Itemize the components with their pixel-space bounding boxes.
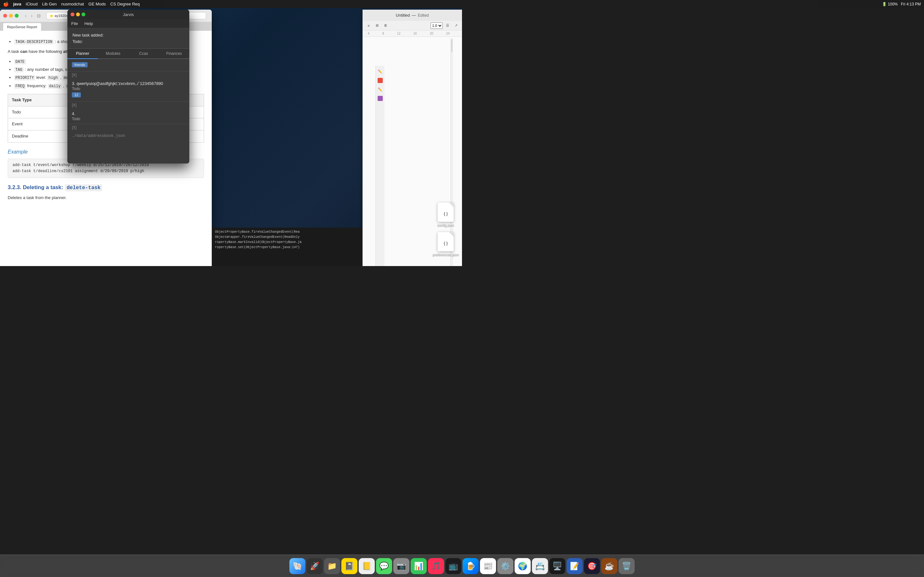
task-number-1: 3. qwertyuiop[]\asdfghjkl;'zxcvbnm,./`12… [72, 81, 185, 86]
example-line-2: add-task t/deadline/cs2101 assignment d/… [13, 168, 199, 174]
notification-line2: Todo: [73, 39, 184, 45]
menubar-libgen[interactable]: Lib Gen [42, 2, 57, 6]
menubar-app-name[interactable]: java [13, 2, 21, 6]
section-heading: 3.2.3. Deleting a task: delete-task [8, 183, 204, 192]
toolbar-btn-2[interactable]: ⊞ [373, 22, 381, 29]
sidebar-pencil-2[interactable]: ✏️ [377, 86, 383, 93]
jarvis-fullscreen[interactable] [81, 13, 86, 16]
browser-nav: ‹ › ⊟ [24, 13, 42, 19]
task-checkbox-2[interactable]: [X] [67, 102, 189, 109]
terminal-line-4: ropertyBase.set(ObjectPropertyBase.java:… [215, 245, 359, 250]
menubar: 🍎 java iCloud Lib Gen nusmodchat GE Mods… [0, 0, 462, 8]
jarvis-tabs: Planner Modules Ccas Finances [67, 49, 189, 59]
terminal-panel: ObjectPropertyBase.fireValueChangedEvent… [212, 227, 363, 266]
task-detail-2: 4. Todo [67, 109, 189, 124]
fullscreen-button[interactable] [15, 14, 19, 18]
menubar-gemods[interactable]: GE Mods [89, 2, 106, 6]
tab-modules[interactable]: Modules [98, 49, 128, 59]
notification-line1: New task added: [73, 32, 184, 39]
terminal-line-1: ObjectPropertyBase.fireValueChangedEvent… [215, 229, 359, 235]
delete-desc: Deletes a task from the planner. [8, 195, 204, 201]
jarvis-notification: New task added: Todo: [67, 28, 189, 49]
terminal-line-2: ObjectWrapper.fireValueChangedEvent(Read… [215, 235, 359, 240]
editor-body[interactable] [363, 37, 375, 227]
config-file-icon: { } [438, 203, 454, 222]
tab-ccas[interactable]: Ccas [128, 49, 159, 59]
editor-sidebar: ✏️ ✏️ [375, 66, 384, 266]
menubar-nusmodchat[interactable]: nusmodchat [61, 2, 84, 6]
list-style-btn[interactable]: ☰ [444, 22, 451, 29]
tab-planner[interactable]: Planner [67, 49, 98, 59]
jarvis-titlebar: Jarvis [67, 10, 189, 19]
task-type-1: Todo [72, 87, 185, 91]
task-checkbox-3[interactable]: [X] [67, 124, 189, 131]
task-checkbox-1[interactable]: [X] [67, 71, 189, 79]
editor-toolbar: ≡ ⊞ ≣ 1.0 ☰ ↗ [363, 21, 462, 31]
font-size-select[interactable]: 1.0 [431, 23, 443, 29]
friends-badge: friends [72, 62, 87, 67]
terminal-line-3: ropertyBase.markInvalid(ObjectPropertyBa… [215, 240, 359, 245]
delete-cmd: delete-task [65, 184, 103, 191]
menubar-csdegree[interactable]: CS Degree Req [110, 2, 140, 6]
task-detail-1: 3. qwertyuiop[]\asdfghjkl;'zxcvbnm,./`12… [67, 79, 189, 102]
jarvis-menu-file[interactable]: File [71, 21, 78, 26]
back-button[interactable]: ‹ [24, 13, 28, 19]
sidebar-toggle[interactable]: ⊟ [36, 13, 42, 19]
desktop-icons: { } config.json { } preferences.json [433, 203, 459, 256]
menubar-left: 🍎 java iCloud Lib Gen nusmodchat GE Mods… [3, 2, 140, 7]
terminal-content: ObjectPropertyBase.fireValueChangedEvent… [212, 227, 363, 252]
task-filepath: ./data/addressbook.json [67, 131, 189, 141]
editor-filename: Untitled [396, 13, 410, 18]
color-swatch-red[interactable] [378, 78, 383, 83]
preferences-file-icon: { } [438, 232, 454, 251]
jarvis-traffic-lights [71, 13, 86, 16]
desktop: ‹ › ⊟ ⭐ ay1920s1-...(2)...12.4.attribute… [0, 8, 462, 266]
toolbar-btn-list[interactable]: ≣ [382, 22, 389, 29]
jarvis-close[interactable] [71, 13, 74, 16]
forward-button[interactable]: › [30, 13, 34, 19]
toolbar-btn-1[interactable]: ≡ [365, 22, 372, 29]
task-type-2: Todo [72, 117, 185, 121]
task-number-2: 4. [72, 111, 185, 116]
editor-ruler: 4812162024 [363, 31, 462, 37]
jarvis-menu-help[interactable]: Help [84, 21, 93, 26]
color-swatch-purple[interactable] [378, 96, 383, 101]
editor-title: Untitled — Edited [396, 13, 429, 18]
browser-tab-reporsense[interactable]: RepoSense Report [3, 23, 41, 31]
preferences-icon-label: preferences.json [433, 253, 459, 256]
jarvis-window: Jarvis File Help New task added: Todo: P… [67, 10, 189, 163]
jarvis-title: Jarvis [123, 12, 134, 17]
jarvis-content: friends [X] 3. qwertyuiop[]\asdfghjkl;'z… [67, 59, 189, 163]
editor-status: Edited [418, 13, 429, 18]
jarvis-minimize[interactable] [76, 13, 80, 16]
close-button[interactable] [3, 14, 7, 18]
jarvis-menubar: File Help [67, 19, 189, 28]
editor-titlebar: Untitled — Edited [363, 10, 462, 21]
task-item-1: friends [67, 59, 189, 71]
apple-icon[interactable]: 🍎 [3, 2, 9, 7]
config-icon-label: config.json [437, 223, 454, 227]
scrollbar-thumb[interactable] [451, 39, 452, 52]
task-badge-12: 12 [72, 92, 81, 97]
minimize-button[interactable] [9, 14, 13, 18]
config-icon[interactable]: { } config.json [437, 203, 454, 227]
tab-finances[interactable]: Finances [159, 49, 189, 59]
task-desc-code: TASK-DESCRIPTION [14, 39, 53, 45]
preferences-icon[interactable]: { } preferences.json [433, 232, 459, 256]
share-btn[interactable]: ↗ [452, 22, 459, 29]
sidebar-pencil[interactable]: ✏️ [377, 68, 383, 75]
menubar-icloud[interactable]: iCloud [26, 2, 37, 6]
